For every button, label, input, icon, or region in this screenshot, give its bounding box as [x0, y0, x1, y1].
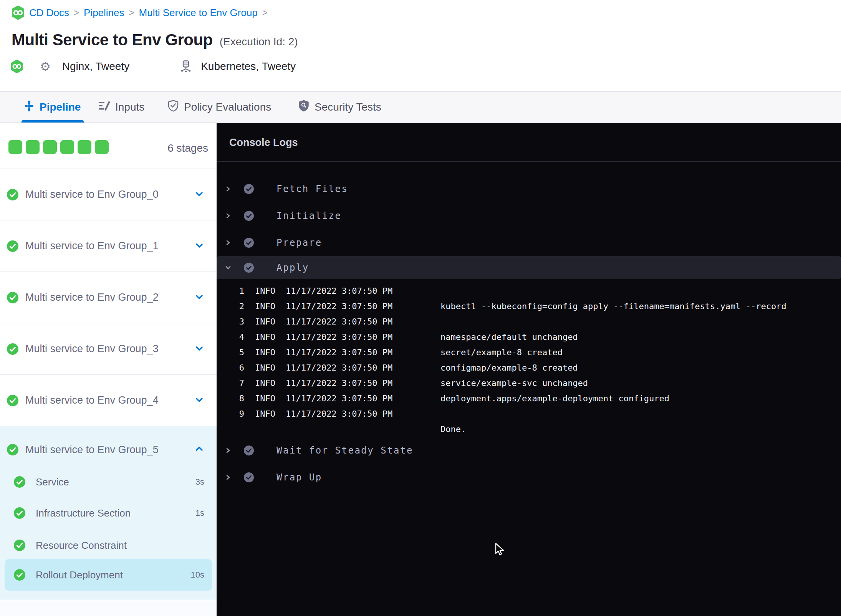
log-line: 7 INFO 11/17/2022 3:07:50 PM service/exa…: [217, 375, 841, 391]
tab-pipeline[interactable]: Pipeline: [24, 92, 81, 123]
log-message: kubectl --kubeconfig=config apply --file…: [440, 301, 786, 311]
log-timestamp: 11/17/2022 3:07:50 PM: [286, 363, 409, 373]
page-title: Multi Service to Env Group: [12, 31, 213, 49]
log-line: 4 INFO 11/17/2022 3:07:50 PM namespace/d…: [217, 329, 841, 344]
tab-pipeline-label: Pipeline: [40, 101, 81, 113]
log-timestamp: 11/17/2022 3:07:50 PM: [286, 301, 409, 311]
log-timestamp: 11/17/2022 3:07:50 PM: [286, 286, 409, 296]
success-check-icon: [7, 240, 18, 252]
log-line-number: 6: [233, 363, 244, 373]
log-section-wait-for-steady-state[interactable]: Wait for Steady State: [217, 437, 841, 464]
log-section-fetch-files[interactable]: Fetch Files: [217, 176, 841, 202]
sidebar-bottom-strip: [0, 600, 217, 616]
stage-square-success: [26, 140, 40, 154]
log-section-name: Apply: [276, 262, 309, 273]
log-line: 9 INFO 11/17/2022 3:07:50 PM: [217, 406, 841, 421]
log-timestamp: 11/17/2022 3:07:50 PM: [286, 348, 409, 357]
active-tab-underline: [22, 120, 84, 123]
chevron-up-icon[interactable]: [194, 444, 204, 455]
chevron-right-icon[interactable]: [225, 239, 232, 246]
log-line: Done.: [217, 421, 841, 437]
breadcrumb-pipeline-name[interactable]: Multi Service to Env Group: [139, 7, 258, 19]
chevron-down-icon[interactable]: [194, 343, 204, 355]
stage-row[interactable]: Multi service to Env Group_1: [0, 220, 217, 272]
step-name: Service: [36, 476, 195, 488]
harness-cd-logo-icon: [11, 60, 23, 73]
step-row-resource-constraint[interactable]: Resource Constraint: [0, 530, 217, 561]
stage-status-squares: [8, 140, 109, 154]
step-row-rollout-deployment-selected[interactable]: Rollout Deployment 10s: [5, 559, 212, 591]
log-timestamp: 11/17/2022 3:07:50 PM: [286, 378, 409, 388]
log-line-number: 8: [233, 394, 244, 403]
log-line-number: 2: [233, 301, 244, 311]
tab-inputs-label: Inputs: [115, 101, 144, 113]
shield-check-icon: [168, 100, 179, 114]
success-check-icon: [7, 343, 18, 355]
log-level: INFO: [255, 409, 278, 419]
chevron-down-icon[interactable]: [194, 240, 204, 252]
log-timestamp: 11/17/2022 3:07:50 PM: [286, 332, 409, 342]
inputs-icon: [98, 101, 110, 114]
mouse-cursor-icon: [495, 543, 505, 558]
step-name: Infrastructure Section: [36, 507, 195, 519]
stage-name: Multi service to Env Group_3: [25, 343, 194, 355]
success-check-icon: [14, 569, 25, 581]
stage-row[interactable]: Multi service to Env Group_0: [0, 169, 217, 220]
stage-row-expanded[interactable]: Multi service to Env Group_5: [0, 426, 217, 473]
chevron-down-icon[interactable]: [194, 292, 204, 303]
stage-row[interactable]: Multi service to Env Group_4: [0, 375, 217, 426]
environment-label: Kubernetes, Tweety: [201, 60, 296, 73]
tab-policy-evaluations-label: Policy Evaluations: [184, 101, 271, 113]
execution-id-label: (Execution Id: 2): [220, 36, 298, 48]
chevron-down-icon[interactable]: [225, 264, 232, 271]
tab-policy-evaluations[interactable]: Policy Evaluations: [168, 92, 271, 123]
page-header: CD Docs > Pipelines > Multi Service to E…: [0, 0, 841, 91]
step-duration: 1s: [195, 508, 204, 518]
log-section-prepare[interactable]: Prepare: [217, 229, 841, 256]
log-message: secret/example-8 created: [440, 348, 563, 357]
tab-security-tests[interactable]: Security Tests: [298, 92, 381, 123]
breadcrumb-pipelines[interactable]: Pipelines: [84, 7, 124, 19]
log-timestamp: 11/17/2022 3:07:50 PM: [286, 409, 409, 419]
stage-square-success: [60, 140, 74, 154]
gear-icon: ⚙: [40, 61, 51, 73]
step-row-infrastructure[interactable]: Infrastructure Section 1s: [0, 498, 217, 528]
chevron-right-icon[interactable]: [225, 474, 232, 481]
log-line-number: 3: [233, 317, 244, 326]
chevron-down-icon[interactable]: [194, 189, 204, 200]
stages-sidebar: 6 stages Multi service to Env Group_0 Mu…: [0, 123, 217, 616]
stage-row[interactable]: Multi service to Env Group_2: [0, 272, 217, 323]
success-check-icon: [14, 476, 25, 488]
success-check-icon: [7, 189, 18, 200]
log-level: INFO: [255, 301, 278, 311]
step-row-service[interactable]: Service 3s: [0, 467, 217, 497]
log-timestamp: 11/17/2022 3:07:50 PM: [286, 317, 409, 326]
breadcrumb: CD Docs > Pipelines > Multi Service to E…: [12, 5, 268, 20]
stage-square-success: [78, 140, 91, 154]
stage-name: Multi service to Env Group_0: [25, 189, 194, 200]
log-lines-block: 1 INFO 11/17/2022 3:07:50 PM 2 INFO 11/1…: [217, 283, 841, 437]
log-line: 2 INFO 11/17/2022 3:07:50 PM kubectl --k…: [217, 298, 841, 314]
log-line: 1 INFO 11/17/2022 3:07:50 PM: [217, 283, 841, 298]
chevron-down-icon[interactable]: [194, 395, 204, 406]
stage-row[interactable]: Multi service to Env Group_3: [0, 323, 217, 375]
log-message: namespace/default unchanged: [440, 332, 578, 342]
chevron-right-icon[interactable]: [225, 447, 232, 454]
chevron-right-icon[interactable]: [225, 212, 232, 219]
stage-name: Multi service to Env Group_5: [25, 444, 194, 456]
success-check-icon: [7, 395, 18, 406]
log-line: 6 INFO 11/17/2022 3:07:50 PM configmap/e…: [217, 360, 841, 375]
stage-summary-row: 6 stages: [0, 123, 217, 169]
chevron-right-icon[interactable]: [225, 185, 232, 192]
tab-inputs[interactable]: Inputs: [98, 92, 144, 123]
log-section-initialize[interactable]: Initialize: [217, 202, 841, 229]
stage-name: Multi service to Env Group_4: [25, 394, 194, 406]
console-logs-title: Console Logs: [229, 137, 298, 149]
log-section-apply-expanded[interactable]: Apply: [217, 256, 841, 279]
log-section-wrap-up[interactable]: Wrap Up: [217, 464, 841, 491]
success-check-icon: [14, 507, 25, 519]
log-line: 8 INFO 11/17/2022 3:07:50 PM deployment.…: [217, 391, 841, 406]
breadcrumb-cd-docs[interactable]: CD Docs: [29, 7, 69, 19]
log-section-name: Fetch Files: [276, 184, 348, 194]
log-line-number: 4: [233, 332, 244, 342]
